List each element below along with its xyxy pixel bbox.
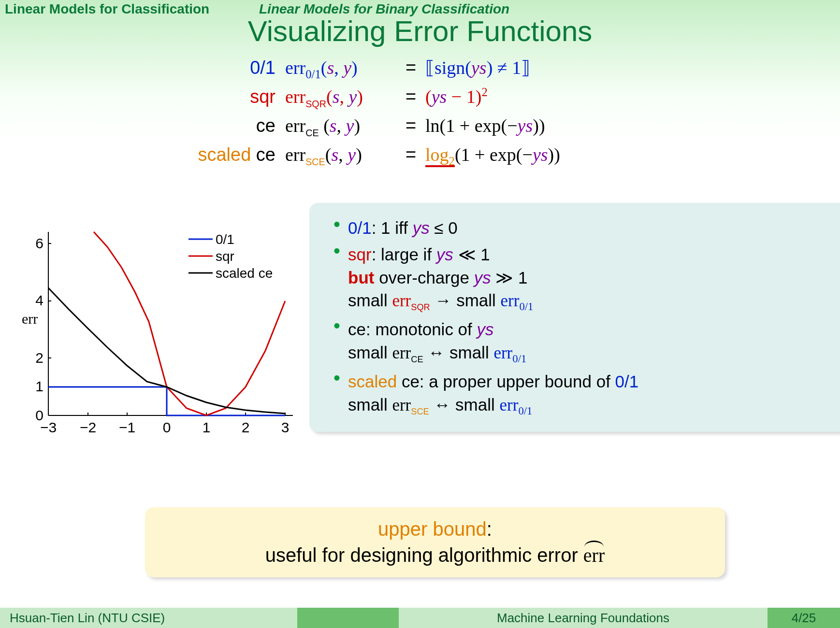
note-ce: ce: monotonic of yssmall errCE ↔ small e…	[333, 318, 836, 366]
chart-line-sqr	[94, 232, 285, 415]
ytick-2: 2	[35, 350, 43, 366]
xtick--2: −2	[80, 419, 96, 435]
xtick-0: 0	[163, 419, 171, 435]
equation-row-sce: scaled ce errSCE(s, y) = log2(1 + exp(−y…	[155, 141, 686, 170]
eq-rhs-sqr: (ys − 1)2	[425, 83, 488, 110]
xtick-1: 1	[203, 419, 211, 435]
footer-spacer	[297, 608, 399, 628]
eq-label-01: 0/1	[155, 54, 285, 81]
eq-label-sce: scaled ce	[155, 141, 285, 168]
eq-equals-ce: =	[396, 112, 425, 139]
xtick-3: 3	[281, 419, 290, 435]
eq-mid-01: err0/1(s, y)	[285, 54, 396, 83]
note-01: 0/1: 1 iff ys ≤ 0	[333, 216, 836, 239]
equation-row-sqr: sqr errSQR(s, y) = (ys − 1)2	[155, 83, 686, 112]
page-title: Visualizing Error Functions	[0, 14, 840, 48]
eq-equals-sqr: =	[396, 83, 425, 110]
equation-block: 0/1 err0/1(s, y) = ⟦sign(ys) ≠ 1⟧ sqr er…	[155, 54, 686, 171]
eq-label-ce: ce	[155, 112, 285, 139]
footer-bar: Hsuan-Tien Lin (NTU CSIE) Machine Learni…	[0, 608, 840, 628]
note-sce: scaled ce: a proper upper bound of 0/1sm…	[333, 370, 836, 418]
summary-box: upper bound:useful for designing algorit…	[145, 507, 725, 577]
equation-row-ce: ce errCE (s, y) = ln(1 + exp(−ys))	[155, 112, 686, 141]
eq-equals-sce: =	[396, 141, 425, 168]
footer-course: Machine Learning Foundations	[399, 608, 768, 628]
ytick-4: 4	[35, 292, 43, 308]
legend-01: 0/1	[216, 232, 234, 247]
chart-legend: 0/1 sqr scaled ce	[188, 232, 273, 281]
notes-box: 0/1: 1 iff ys ≤ 0 sqr: large if ys ≪ 1bu…	[309, 203, 840, 432]
chart-ylabel: err	[22, 311, 38, 327]
eq-label-sqr: sqr	[155, 83, 285, 110]
eq-rhs-sce: log2(1 + exp(−ys))	[425, 141, 560, 170]
ytick-0: 0	[35, 407, 43, 423]
xtick--1: −1	[119, 419, 135, 435]
eq-mid-sqr: errSQR(s, y)	[285, 83, 396, 112]
note-sqr: sqr: large if ys ≪ 1but over-charge ys ≫…	[333, 243, 836, 314]
footer-author: Hsuan-Tien Lin (NTU CSIE)	[0, 608, 297, 628]
equation-row-01: 0/1 err0/1(s, y) = ⟦sign(ys) ≠ 1⟧	[155, 54, 686, 83]
eq-rhs-01: ⟦sign(ys) ≠ 1⟧	[425, 54, 530, 81]
legend-sqr: sqr	[216, 249, 234, 264]
error-chart: −3 −2 −1 0 1 2 3 0 1 2 4 6 err ys	[14, 213, 304, 454]
eq-rhs-ce: ln(1 + exp(−ys))	[425, 112, 545, 139]
eq-mid-sce: errSCE(s, y)	[285, 141, 396, 170]
footer-page: 4/25	[768, 608, 840, 628]
legend-sce: scaled ce	[216, 266, 273, 281]
slide: Linear Models for Classification Linear …	[0, 0, 840, 628]
xtick-2: 2	[242, 419, 250, 435]
ytick-6: 6	[35, 235, 43, 251]
ytick-1: 1	[35, 378, 43, 394]
eq-equals-01: =	[396, 54, 425, 81]
eq-mid-ce: errCE (s, y)	[285, 112, 396, 141]
